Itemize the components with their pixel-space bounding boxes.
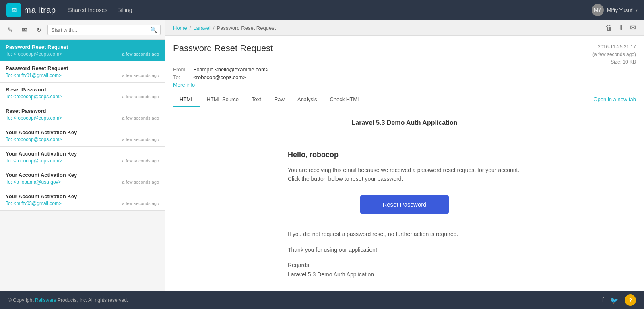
email-to: To: <mifty01@gmail.com> <box>6 73 62 78</box>
email-to: To: <robocop@cops.com> <box>6 137 62 142</box>
refresh-icon[interactable]: ↻ <box>33 24 44 35</box>
search-button[interactable]: 🔍 <box>150 27 157 33</box>
open-new-tab-link[interactable]: Open in a new tab <box>585 92 644 106</box>
regards-line1: Regards, <box>288 262 311 268</box>
email-meta-info: 2016-11-25 21:17 (a few seconds ago) Siz… <box>592 43 636 66</box>
breadcrumb-inbox[interactable]: Laravel <box>193 25 211 31</box>
email-meta: To: <robocop@cops.com> a few seconds ago <box>6 158 159 164</box>
twitter-icon[interactable]: 🐦 <box>610 297 618 304</box>
breadcrumb: Home / Laravel / Password Reset Request <box>173 25 276 31</box>
email-body-wrapper: Laravel 5.3 Demo Auth Application Hello,… <box>165 107 644 291</box>
email-subject: Your Account Activation Key <box>6 129 159 135</box>
email-subject: Your Account Activation Key <box>6 172 159 178</box>
reset-password-button[interactable]: Reset Password <box>360 195 449 214</box>
email-time: a few seconds ago <box>122 52 159 56</box>
email-to: To: <b_obama@usa.gov> <box>6 179 61 185</box>
email-header-top: Password Reset Request 2016-11-25 21:17 … <box>173 43 636 66</box>
email-header: Password Reset Request 2016-11-25 21:17 … <box>165 36 644 92</box>
main-container: ✎ ✉ ↻ 🔍 Password Reset Request To: <robo… <box>0 20 644 291</box>
footer: © Copyright Railsware Products, Inc. All… <box>0 291 644 309</box>
footer-socials: f 🐦 ? <box>602 294 636 306</box>
footer-copyright: © Copyright Railsware Products, Inc. All… <box>8 297 128 303</box>
email-subject: Password Reset Request <box>6 65 159 71</box>
breadcrumb-sep-1: / <box>190 25 191 31</box>
email-time: a few seconds ago <box>122 116 159 120</box>
help-button[interactable]: ? <box>625 294 636 306</box>
email-body-paragraph3: Thank you for using our application! <box>288 245 521 254</box>
user-menu[interactable]: MY Mifty Yusuf ▾ <box>592 4 638 16</box>
email-list-item[interactable]: Reset Password To: <robocop@cops.com> a … <box>0 83 165 104</box>
email-subject: Reset Password <box>6 87 159 93</box>
email-subject: Your Account Activation Key <box>6 151 159 157</box>
tab-raw[interactable]: Raw <box>268 92 291 107</box>
nav-billing[interactable]: Billing <box>117 7 132 13</box>
avatar: MY <box>592 4 604 16</box>
tab-analysis[interactable]: Analysis <box>291 92 323 107</box>
email-meta: To: <robocop@cops.com> a few seconds ago <box>6 94 159 100</box>
email-to-field: To: <robocop@cops.com> <box>173 74 636 80</box>
email-list-item[interactable]: Your Account Activation Key To: <b_obama… <box>0 168 165 189</box>
top-navigation: mailtrap Shared Inboxes Billing MY Mifty… <box>0 0 644 20</box>
email-time: a few seconds ago <box>122 73 159 78</box>
inbox-icon[interactable]: ✉ <box>19 24 30 35</box>
email-from-field: From: Example <hello@example.com> <box>173 66 636 73</box>
logo-text: mailtrap <box>24 6 56 15</box>
nav-links: Shared Inboxes Billing <box>68 7 592 13</box>
to-label: To: <box>173 74 193 80</box>
facebook-icon[interactable]: f <box>602 297 604 304</box>
email-time: a few seconds ago <box>122 137 159 142</box>
email-size: Size: 10 KB <box>592 58 636 66</box>
breadcrumb-home[interactable]: Home <box>173 25 187 31</box>
tab-check-html[interactable]: Check HTML <box>323 92 367 107</box>
company-link[interactable]: Railsware <box>35 297 56 303</box>
email-body-container: Laravel 5.3 Demo Auth Application Hello,… <box>165 107 644 291</box>
email-to: To: <robocop@cops.com> <box>6 115 62 121</box>
tab-html-source[interactable]: HTML Source <box>200 92 245 107</box>
to-value: <robocop@cops.com> <box>193 74 246 80</box>
email-meta: To: <b_obama@usa.gov> a few seconds ago <box>6 179 159 185</box>
user-name: Mifty Yusuf <box>607 7 632 13</box>
email-time-ago: (a few seconds ago) <box>592 51 636 58</box>
logo[interactable]: mailtrap <box>6 3 56 17</box>
sidebar: ✎ ✉ ↻ 🔍 Password Reset Request To: <robo… <box>0 20 165 291</box>
chevron-down-icon: ▾ <box>636 8 638 12</box>
email-list-item[interactable]: Your Account Activation Key To: <robocop… <box>0 125 165 147</box>
email-list-item[interactable]: Your Account Activation Key To: <robocop… <box>0 147 165 168</box>
tab-text[interactable]: Text <box>245 92 268 107</box>
email-greeting: Hello, robocop <box>288 151 521 159</box>
nav-shared-inboxes[interactable]: Shared Inboxes <box>68 7 107 13</box>
email-subject: Your Account Activation Key <box>6 193 159 199</box>
tabs-bar: HTML HTML Source Text Raw Analysis Check… <box>165 92 644 107</box>
download-icon[interactable]: ⬇ <box>618 23 624 32</box>
email-list-item[interactable]: Password Reset Request To: <robocop@cops… <box>0 40 165 61</box>
email-list-item[interactable]: Reset Password To: <robocop@cops.com> a … <box>0 104 165 125</box>
logo-icon <box>6 3 21 17</box>
regards-line2: Laravel 5.3 Demo Auth Application <box>288 271 374 278</box>
breadcrumb-sep-2: / <box>213 25 215 31</box>
from-label: From: <box>173 66 193 73</box>
email-to: To: <robocop@cops.com> <box>6 158 62 164</box>
email-meta: To: <robocop@cops.com> a few seconds ago <box>6 51 159 57</box>
email-to: To: <robocop@cops.com> <box>6 51 62 57</box>
sidebar-toolbar: ✎ ✉ ↻ 🔍 <box>0 20 165 40</box>
forward-icon[interactable]: ✉ <box>630 23 636 32</box>
content-area: Home / Laravel / Password Reset Request … <box>165 20 644 291</box>
delete-icon[interactable]: 🗑 <box>605 24 613 32</box>
email-body-paragraph2: If you did not request a password reset,… <box>288 230 521 238</box>
compose-icon[interactable]: ✎ <box>4 24 15 35</box>
copyright-text: © Copyright <box>8 297 35 303</box>
search-input[interactable] <box>51 27 150 33</box>
email-list-item[interactable]: Your Account Activation Key To: <mifty03… <box>0 189 165 211</box>
more-info-link[interactable]: More info <box>173 82 195 88</box>
email-meta: To: <mifty03@gmail.com> a few seconds ag… <box>6 201 159 206</box>
email-meta: To: <robocop@cops.com> a few seconds ago <box>6 137 159 142</box>
email-time: a few seconds ago <box>122 158 159 163</box>
email-subject: Password Reset Request <box>6 44 159 50</box>
breadcrumb-current: Password Reset Request <box>217 25 276 31</box>
email-to: To: <robocop@cops.com> <box>6 94 62 100</box>
email-regards: Regards, Laravel 5.3 Demo Auth Applicati… <box>288 261 521 279</box>
email-meta: To: <robocop@cops.com> a few seconds ago <box>6 115 159 121</box>
email-time: a few seconds ago <box>122 201 159 206</box>
email-list-item[interactable]: Password Reset Request To: <mifty01@gmai… <box>0 61 165 83</box>
tab-html[interactable]: HTML <box>173 92 200 107</box>
